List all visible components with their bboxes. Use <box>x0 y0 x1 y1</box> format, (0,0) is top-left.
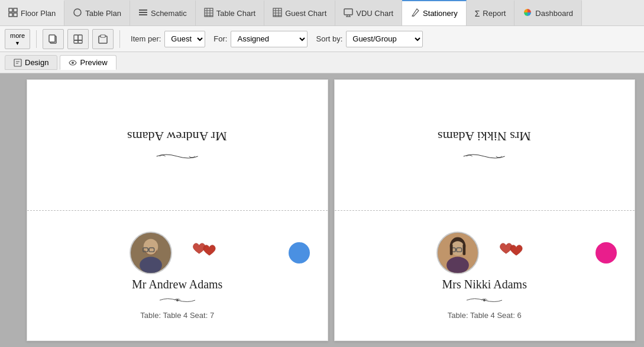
tab-guest-chart[interactable]: Guest Chart <box>264 0 335 25</box>
card-2-bottom-row <box>341 232 629 274</box>
tab-report[interactable]: Σ Report <box>467 0 515 25</box>
tab-dashboard[interactable]: Dashboard <box>514 0 582 25</box>
toolbar-separator-2 <box>119 30 120 48</box>
tab-dashboard-label: Dashboard <box>535 9 573 18</box>
table-chart-icon <box>204 8 213 19</box>
card-2-color-dot <box>596 242 617 264</box>
item-per-select[interactable]: Guest Table <box>164 31 205 47</box>
card-2-avatar <box>436 232 479 274</box>
svg-rect-5 <box>139 9 147 11</box>
sub-toolbar: Design Preview <box>0 52 644 73</box>
sub-tab-design[interactable]: Design <box>5 55 57 70</box>
card-1-bottom-swirl <box>157 295 198 307</box>
svg-point-4 <box>74 9 81 16</box>
tab-floor-plan-label: Floor Plan <box>21 9 56 18</box>
svg-rect-1 <box>14 8 17 12</box>
more-label: more <box>10 32 25 39</box>
card-2-bottom: Mrs Nikki Adams Table: Table 4 Seat: 6 <box>335 211 635 341</box>
table-plan-icon <box>73 8 82 19</box>
svg-point-44 <box>140 256 162 272</box>
for-select[interactable]: Assigned All Unassigned <box>231 31 308 47</box>
card-2-hearts-icon <box>497 238 532 268</box>
tab-table-plan-label: Table Plan <box>85 9 121 18</box>
svg-rect-27 <box>74 35 78 40</box>
svg-rect-53 <box>463 244 466 255</box>
report-icon: Σ <box>475 9 480 18</box>
place-card-2: Mrs Nikki Adams <box>334 79 636 341</box>
card-2-name-top: Mrs Nikki Adams <box>438 128 531 144</box>
tab-report-label: Report <box>483 9 506 18</box>
card-1-name-top: Mr Andrew Adams <box>127 128 227 144</box>
card-1-table-info: Table: Table 4 Seat: 7 <box>140 311 214 320</box>
svg-rect-32 <box>101 35 105 37</box>
stationery-icon <box>410 8 420 19</box>
tab-stationery[interactable]: Stationery <box>402 0 467 25</box>
svg-rect-26 <box>49 35 55 42</box>
svg-rect-7 <box>139 14 147 15</box>
tab-guest-chart-label: Guest Chart <box>285 9 326 18</box>
card-1-top-swirl <box>154 149 201 161</box>
card-2-top-swirl <box>461 149 508 161</box>
sub-tab-preview-label: Preview <box>80 58 107 67</box>
card-2-bottom-swirl <box>464 295 505 307</box>
paste-button[interactable] <box>92 29 114 49</box>
card-1-hearts-icon <box>190 238 225 268</box>
side-panel <box>0 73 18 347</box>
copy-button[interactable] <box>43 29 64 49</box>
sub-tab-design-label: Design <box>25 58 48 67</box>
svg-rect-0 <box>9 8 12 12</box>
tab-table-plan[interactable]: Table Plan <box>64 0 130 25</box>
floor-plan-icon <box>8 8 18 19</box>
card-2-top: Mrs Nikki Adams <box>335 80 635 211</box>
svg-rect-30 <box>78 40 82 43</box>
svg-rect-29 <box>74 40 78 43</box>
tab-schematic-label: Schematic <box>151 9 187 18</box>
place-card-1: Mr Andrew Adams <box>27 79 328 341</box>
svg-rect-3 <box>14 13 17 17</box>
item-per-label: Item per: <box>131 34 161 43</box>
card-2-table-info: Table: Table 4 Seat: 6 <box>448 311 522 320</box>
svg-point-48 <box>451 241 465 256</box>
sort-by-select[interactable]: Guest/Group Table Seat <box>346 31 423 47</box>
svg-rect-28 <box>78 35 82 40</box>
toolbar-separator-1 <box>36 30 37 48</box>
toolbar: more ▼ Item per: Guest Table For: Assign… <box>0 26 644 52</box>
tab-floor-plan[interactable]: Floor Plan <box>0 0 64 25</box>
more-button[interactable]: more ▼ <box>5 29 30 49</box>
design-icon <box>14 59 22 67</box>
card-1-avatar <box>130 232 172 274</box>
svg-rect-6 <box>139 12 147 13</box>
preview-icon <box>69 59 77 67</box>
card-1-color-dot <box>289 242 310 264</box>
dashboard-icon <box>523 8 532 19</box>
sub-tab-preview[interactable]: Preview <box>60 55 116 70</box>
card-2-name-bottom: Mrs Nikki Adams <box>442 278 527 291</box>
card-2-top-inner: Mrs Nikki Adams <box>438 128 531 161</box>
paste-all-button[interactable] <box>67 29 89 49</box>
schematic-icon <box>138 8 148 19</box>
guest-chart-icon <box>273 8 282 19</box>
card-1-top-inner: Mr Andrew Adams <box>127 128 227 161</box>
for-label: For: <box>213 34 227 43</box>
svg-point-55 <box>483 299 486 301</box>
svg-point-36 <box>72 62 74 64</box>
card-1-bottom-row <box>33 232 322 274</box>
tab-vdu-chart[interactable]: VDU Chart <box>335 0 402 25</box>
card-1-name-bottom: Mr Andrew Adams <box>132 278 222 291</box>
card-1-bottom: Mr Andrew Adams Table: Table 4 Seat: 7 <box>27 211 328 341</box>
svg-point-54 <box>446 256 469 272</box>
tab-vdu-chart-label: VDU Chart <box>356 9 393 18</box>
tab-bar: Floor Plan Table Plan Schematic Table Ch… <box>0 0 644 26</box>
tab-stationery-label: Stationery <box>423 9 458 18</box>
card-1-top: Mr Andrew Adams <box>27 80 328 211</box>
svg-rect-33 <box>14 59 21 66</box>
svg-point-45 <box>176 299 179 301</box>
vdu-chart-icon <box>344 8 353 19</box>
tab-schematic[interactable]: Schematic <box>130 0 196 25</box>
more-arrow-icon: ▼ <box>15 40 20 46</box>
svg-rect-20 <box>344 9 352 15</box>
main-content: Mr Andrew Adams <box>0 73 644 347</box>
tab-table-chart[interactable]: Table Chart <box>196 0 264 25</box>
sort-by-label: Sort by: <box>316 34 342 43</box>
svg-rect-2 <box>9 13 12 17</box>
